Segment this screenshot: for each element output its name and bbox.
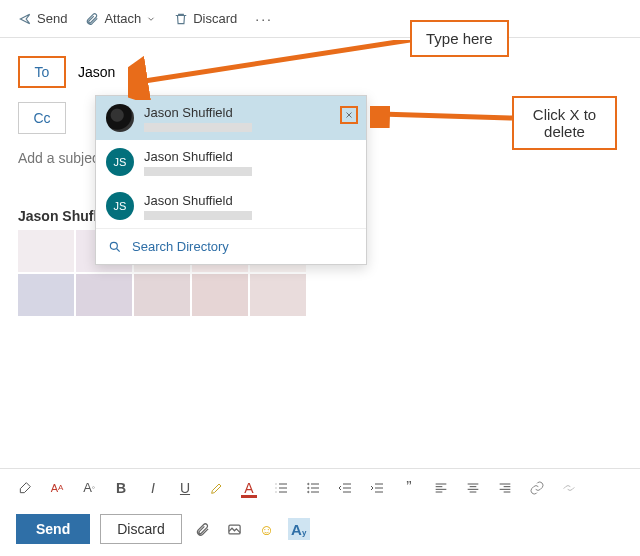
unlink-icon	[561, 480, 577, 496]
contact-sub	[144, 211, 252, 220]
align-left-icon	[433, 480, 449, 496]
contact-name: Jason Shuffield	[144, 193, 252, 208]
avatar: JS	[106, 192, 134, 220]
insert-image-button[interactable]	[224, 518, 246, 540]
send-button[interactable]: Send	[10, 6, 75, 31]
search-directory-button[interactable]: Search Directory	[96, 228, 366, 264]
link-icon	[529, 480, 545, 496]
trash-icon	[174, 12, 188, 26]
chevron-down-icon	[146, 14, 156, 24]
top-toolbar: Send Attach Discard ···	[0, 0, 640, 38]
callout-type-here: Type here	[410, 20, 509, 57]
quote-button[interactable]: ”	[396, 475, 422, 501]
outdent-icon	[337, 480, 353, 496]
autocomplete-dropdown: Jason Shuffield JS Jason Shuffield JS Ja…	[95, 95, 367, 265]
contact-name: Jason Shuffield	[144, 105, 252, 120]
discard-button[interactable]: Discard	[166, 6, 245, 31]
close-icon	[344, 110, 354, 120]
paint-format-button[interactable]	[12, 475, 38, 501]
swatch	[18, 274, 74, 316]
discard-label: Discard	[193, 11, 237, 26]
send-icon	[18, 12, 32, 26]
autocomplete-text: Jason Shuffield	[144, 105, 252, 132]
autocomplete-item[interactable]: Jason Shuffield	[96, 96, 366, 140]
callout-text-line2: delete	[524, 123, 605, 140]
to-input[interactable]	[76, 60, 236, 84]
numbered-list-button[interactable]	[268, 475, 294, 501]
remove-link-button[interactable]	[556, 475, 582, 501]
contact-sub	[144, 167, 252, 176]
svg-point-5	[308, 491, 309, 492]
autocomplete-text: Jason Shuffield	[144, 193, 252, 220]
svg-point-3	[308, 483, 309, 484]
highlight-icon	[209, 480, 225, 496]
search-directory-label: Search Directory	[132, 239, 229, 254]
format-toggle-button[interactable]: Ay	[288, 518, 310, 540]
autocomplete-item[interactable]: JS Jason Shuffield	[96, 184, 366, 228]
attach-label: Attach	[104, 11, 141, 26]
svg-point-0	[110, 242, 117, 249]
format-a-icon: Ay	[291, 521, 306, 538]
paperclip-icon	[85, 12, 99, 26]
indent-icon	[369, 480, 385, 496]
attach-inline-button[interactable]	[192, 518, 214, 540]
emoji-button[interactable]: ☺	[256, 518, 278, 540]
bottom-bar: Send Discard ☺ Ay	[0, 510, 640, 548]
underline-button[interactable]: U	[172, 475, 198, 501]
send-primary-button[interactable]: Send	[16, 514, 90, 544]
swatch	[18, 230, 74, 272]
align-center-icon	[465, 480, 481, 496]
autocomplete-item[interactable]: JS Jason Shuffield	[96, 140, 366, 184]
search-icon	[108, 240, 122, 254]
bulleted-list-button[interactable]	[300, 475, 326, 501]
paperclip-icon	[195, 522, 210, 537]
paint-icon	[17, 480, 33, 496]
list-ol-icon	[273, 480, 289, 496]
align-left-button[interactable]	[428, 475, 454, 501]
swatch	[192, 274, 248, 316]
swatch	[76, 274, 132, 316]
outdent-button[interactable]	[332, 475, 358, 501]
attach-button[interactable]: Attach	[77, 6, 164, 31]
autocomplete-text: Jason Shuffield	[144, 149, 252, 176]
bold-button[interactable]: B	[108, 475, 134, 501]
align-center-button[interactable]	[460, 475, 486, 501]
align-right-button[interactable]	[492, 475, 518, 501]
discard-secondary-button[interactable]: Discard	[100, 514, 181, 544]
emoji-icon: ☺	[259, 521, 274, 538]
italic-button[interactable]: I	[140, 475, 166, 501]
clear-format-button[interactable]: A◦	[76, 475, 102, 501]
formatting-toolbar: AA A◦ B I U A ”	[0, 468, 640, 506]
send-label: Send	[37, 11, 67, 26]
remove-suggestion-button[interactable]	[340, 106, 358, 124]
callout-text-line1: Click X to	[524, 106, 605, 123]
font-color-button[interactable]: A	[236, 475, 262, 501]
align-right-icon	[497, 480, 513, 496]
insert-link-button[interactable]	[524, 475, 550, 501]
callout-click-x: Click X to delete	[512, 96, 617, 150]
contact-name: Jason Shuffield	[144, 149, 252, 164]
cc-button[interactable]: Cc	[18, 102, 66, 134]
contact-sub	[144, 123, 252, 132]
highlight-button[interactable]	[204, 475, 230, 501]
swatch	[134, 274, 190, 316]
image-icon	[227, 522, 242, 537]
indent-button[interactable]	[364, 475, 390, 501]
swatch	[250, 274, 306, 316]
avatar	[106, 104, 134, 132]
list-ul-icon	[305, 480, 321, 496]
font-size-button[interactable]: AA	[44, 475, 70, 501]
callout-text: Type here	[426, 30, 493, 47]
more-button[interactable]: ···	[247, 11, 281, 27]
avatar: JS	[106, 148, 134, 176]
svg-point-4	[308, 487, 309, 488]
to-row: To	[18, 56, 622, 88]
to-button[interactable]: To	[18, 56, 66, 88]
